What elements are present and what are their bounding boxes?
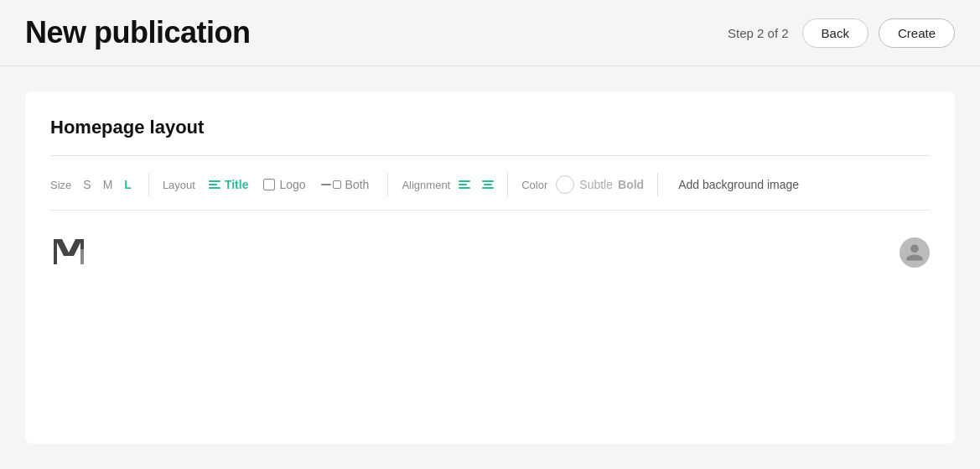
add-background-image-button[interactable]: Add background image bbox=[671, 175, 806, 195]
section-title: Homepage layout bbox=[50, 117, 930, 138]
user-avatar bbox=[900, 237, 930, 268]
layout-group: Layout Title Logo Both bbox=[149, 175, 388, 194]
svg-marker-0 bbox=[54, 239, 84, 264]
layout-both-text: Both bbox=[345, 178, 370, 191]
back-button[interactable]: Back bbox=[802, 18, 869, 48]
color-bold-option[interactable]: Bold bbox=[618, 178, 644, 191]
align-left-button[interactable] bbox=[459, 180, 470, 189]
color-label: Color bbox=[521, 179, 547, 191]
size-group: Size S M L bbox=[50, 176, 148, 193]
layout-title-text: Title bbox=[225, 178, 249, 191]
create-button[interactable]: Create bbox=[879, 18, 955, 48]
header: New publication Step 2 of 2 Back Create bbox=[0, 0, 980, 66]
alignment-group: Alignment bbox=[388, 179, 507, 191]
align-center-button[interactable] bbox=[482, 180, 494, 189]
step-label: Step 2 of 2 bbox=[728, 26, 789, 40]
layout-both-option[interactable]: Both bbox=[316, 175, 375, 194]
layout-title-option[interactable]: Title bbox=[204, 175, 254, 194]
main-content: Homepage layout Size S M L Layout Title bbox=[25, 91, 955, 444]
layout-logo-text: Logo bbox=[279, 178, 305, 191]
size-s-button[interactable]: S bbox=[80, 176, 94, 193]
add-bg-group: Add background image bbox=[658, 175, 819, 195]
brand-logo bbox=[50, 232, 87, 273]
preview-area bbox=[50, 210, 930, 294]
color-subtle-option[interactable]: Subtle bbox=[579, 178, 613, 191]
layout-logo-icon bbox=[263, 179, 275, 190]
layout-label: Layout bbox=[163, 179, 195, 191]
svg-marker-1 bbox=[80, 249, 84, 264]
alignment-label: Alignment bbox=[402, 179, 450, 191]
color-picker[interactable] bbox=[556, 175, 574, 194]
header-right: Step 2 of 2 Back Create bbox=[728, 18, 955, 48]
layout-both-icon bbox=[321, 180, 341, 189]
layout-title-icon bbox=[209, 180, 220, 189]
layout-logo-option[interactable]: Logo bbox=[258, 175, 310, 194]
page-title: New publication bbox=[25, 15, 251, 50]
user-icon bbox=[905, 242, 925, 263]
divider bbox=[50, 155, 930, 156]
size-l-button[interactable]: L bbox=[121, 176, 135, 193]
color-group: Color Subtle Bold bbox=[508, 175, 657, 194]
size-m-button[interactable]: M bbox=[100, 176, 117, 193]
toolbar: Size S M L Layout Title Logo bbox=[50, 173, 930, 210]
size-label: Size bbox=[50, 179, 71, 191]
